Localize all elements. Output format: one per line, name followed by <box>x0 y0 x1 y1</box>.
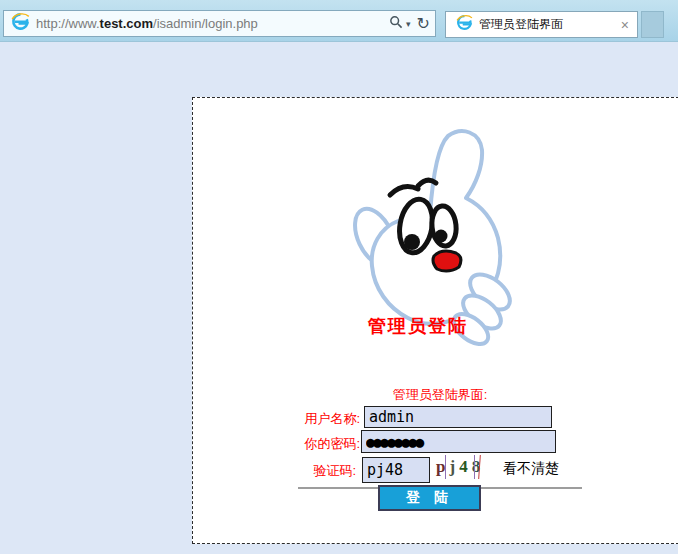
captcha-noise-line <box>445 455 446 479</box>
new-tab-button[interactable] <box>641 11 664 38</box>
ie-logo-icon <box>11 12 30 35</box>
password-input[interactable] <box>361 430 556 453</box>
captcha-label: 验证码: <box>294 462 356 480</box>
browser-chrome: http://www.test.com/isadmin/login.php ▾ … <box>0 0 678 42</box>
url-path: /isadmin/login.php <box>153 16 258 31</box>
refresh-icon[interactable]: ↻ <box>417 16 430 32</box>
search-icon[interactable] <box>389 15 403 33</box>
username-label: 用户名称: <box>298 410 360 428</box>
tab-title: 管理员登陆界面 <box>479 16 621 33</box>
admin-login-caption: 管理员登陆 <box>358 314 478 338</box>
username-input[interactable] <box>364 406 552 428</box>
captcha-noise-line <box>474 455 475 479</box>
captcha-refresh-link[interactable]: 看不清楚 <box>503 460 559 478</box>
tab-favicon-ie-icon <box>456 14 473 35</box>
captcha-char: j <box>449 457 455 477</box>
url-prefix: http://www. <box>36 16 100 31</box>
browser-tab[interactable]: 管理员登陆界面 × <box>445 11 638 38</box>
search-dropdown-icon[interactable]: ▾ <box>406 19 411 29</box>
url-domain: test.com <box>100 16 153 31</box>
captcha-char: 4 <box>459 457 468 477</box>
login-button[interactable]: 登 陆 <box>378 485 481 511</box>
password-label: 你的密码: <box>298 435 360 453</box>
captcha-input[interactable] <box>362 457 430 483</box>
form-header: 管理员登陆界面: <box>298 386 582 404</box>
captcha-image: p j 4 8 <box>436 455 500 481</box>
url-text[interactable]: http://www.test.com/isadmin/login.php <box>36 16 385 31</box>
tab-close-icon[interactable]: × <box>621 17 629 33</box>
address-bar[interactable]: http://www.test.com/isadmin/login.php ▾ … <box>3 10 436 37</box>
